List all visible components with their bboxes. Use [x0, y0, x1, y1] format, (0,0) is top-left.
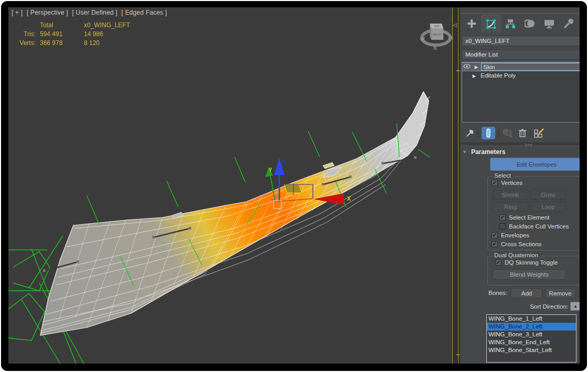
- modifier-list-label: Modifier List: [465, 51, 498, 58]
- wing-mesh[interactable]: [40, 92, 430, 335]
- stats-tris-label: Tris:: [15, 30, 40, 39]
- wrench-icon: [563, 18, 574, 29]
- tab-motion[interactable]: [520, 15, 539, 32]
- configure-modifier-sets-icon[interactable]: [534, 128, 545, 138]
- motion-icon: [524, 18, 536, 29]
- dq-skinning-toggle-checkbox[interactable]: ✔ DQ Skinning Toggle: [495, 259, 558, 266]
- grow-button[interactable]: Grow: [530, 190, 566, 200]
- cross-sections-checkbox[interactable]: ✔ Cross Sections: [492, 241, 541, 247]
- stats-tris-total: 594 491: [40, 30, 84, 39]
- checkbox-check-icon: ✔: [492, 180, 498, 186]
- eye-icon[interactable]: [462, 64, 472, 70]
- viewport-user-menu[interactable]: [ User Defined ]: [72, 9, 117, 16]
- viewport-pov-menu[interactable]: [ Perspective ]: [27, 9, 68, 16]
- bones-label: Bones:: [488, 290, 507, 296]
- stats-tris-object: 14 986: [84, 30, 141, 39]
- select-group: Select: [487, 176, 580, 250]
- bone-list-item[interactable]: WING_Bone_1_Left: [487, 315, 576, 323]
- backface-cull-vertices-checkbox[interactable]: Backface Cull Vertices: [499, 223, 569, 229]
- checkbox-check-icon: ✔: [499, 214, 506, 221]
- select-element-checkbox[interactable]: ✔ Select Element: [499, 214, 549, 221]
- ring-button[interactable]: Ring: [493, 202, 528, 212]
- viewport-shading-menu[interactable]: [ Edged Faces ]: [122, 9, 167, 16]
- blend-weights-button[interactable]: Blend Weights: [493, 269, 566, 280]
- rollout-collapse-icon: ▼: [462, 149, 467, 155]
- viewport-general-menu[interactable]: [ + ]: [12, 9, 23, 16]
- viewport-border-line: [452, 7, 453, 364]
- loop-button[interactable]: Loop: [530, 202, 566, 212]
- bone-list-item-selected[interactable]: WING_Bone_2_Left: [487, 323, 576, 331]
- stats-verts-object: 8 120: [84, 39, 141, 48]
- viewport-scene: Z Y X TOP FRONT W E S: [8, 7, 452, 364]
- checkbox-check-icon: ✔: [495, 259, 502, 266]
- parameters-title: Parameters: [471, 148, 505, 156]
- splitter-collapse-arrow-icon[interactable]: ◁: [453, 22, 457, 28]
- tab-display[interactable]: [540, 15, 559, 32]
- parameters-rollout-header[interactable]: ▼ Parameters: [462, 147, 578, 157]
- 3dsmax-app: Z Y X TOP FRONT W E S [ + ] [ Perspectiv…: [8, 7, 580, 364]
- object-name-text: x0_WING_LEFT: [465, 38, 509, 44]
- window-frame: Z Y X TOP FRONT W E S [ + ] [ Perspectiv…: [1, 1, 587, 371]
- shrink-button[interactable]: Shrink: [493, 190, 528, 200]
- stats-verts-total: 366 978: [40, 39, 84, 48]
- object-name-field[interactable]: x0_WING_LEFT: [462, 36, 580, 46]
- tab-modify[interactable]: [482, 15, 500, 32]
- sort-direction-button[interactable]: ▲: [570, 302, 580, 311]
- viewcube-front-label[interactable]: FRONT: [432, 33, 441, 36]
- display-icon: [544, 18, 554, 29]
- viewcube[interactable]: TOP FRONT W E S: [420, 24, 452, 51]
- stack-item-label[interactable]: Editable Poly: [479, 72, 580, 80]
- wing-surface: [40, 92, 429, 335]
- envelopes-checkbox[interactable]: ✔ Envelopes: [492, 232, 529, 238]
- vertices-checkbox[interactable]: ✔ Vertices: [492, 180, 522, 186]
- viewcube-south-label[interactable]: S: [433, 46, 437, 51]
- tab-utilities[interactable]: [559, 15, 578, 32]
- stack-item-label[interactable]: Skin: [481, 63, 580, 71]
- viewport-label: [ + ] [ Perspective ] [ User Defined ] […: [12, 9, 169, 16]
- modify-icon: [486, 19, 496, 29]
- show-end-result-icon[interactable]: [482, 127, 495, 139]
- expand-arrow-icon[interactable]: ▶: [472, 64, 481, 70]
- gizmo-y-label: Y: [268, 167, 273, 173]
- screenshot-stage: Z Y X TOP FRONT W E S [ + ] [ Perspectiv…: [0, 0, 588, 372]
- bone-list-item[interactable]: WING_Bone_Start_Left: [487, 346, 576, 354]
- plus-icon: [466, 18, 477, 29]
- stats-total-header: Total: [40, 21, 84, 30]
- tab-create[interactable]: [462, 15, 481, 32]
- pin-stack-icon[interactable]: [465, 128, 475, 138]
- panel-top-separator: [460, 13, 580, 14]
- checkbox-check-icon: ✔: [492, 232, 498, 238]
- viewport-panel-splitter[interactable]: ◁: [452, 7, 460, 364]
- remove-bone-button[interactable]: Remove: [545, 288, 575, 298]
- command-panel: x0_WING_LEFT Modifier List ▶ Skin ▶ Edit…: [460, 7, 580, 364]
- sort-direction-label: Sort Direction:: [460, 303, 568, 310]
- panel-border-line: [458, 7, 459, 364]
- edit-envelopes-button[interactable]: Edit Envelopes: [490, 158, 580, 171]
- stack-item-editable-poly[interactable]: ▶ Editable Poly: [462, 71, 580, 80]
- add-bone-button[interactable]: Add: [511, 288, 542, 298]
- bone-list-item[interactable]: WING_Bone_End_Left: [487, 338, 576, 346]
- bone-list-item[interactable]: WING_Bone_3_Left: [487, 331, 576, 338]
- rollout-splitter[interactable]: [460, 143, 580, 146]
- viewcube-west-label[interactable]: W: [420, 36, 425, 41]
- command-panel-tabs: [460, 15, 580, 32]
- select-group-title: Select: [492, 172, 513, 179]
- checkbox-check-icon: [499, 223, 506, 229]
- modifier-stack[interactable]: ▶ Skin ▶ Editable Poly: [462, 62, 580, 123]
- gizmo-xy-plane[interactable]: [284, 184, 302, 193]
- gizmo-center-dot: [271, 199, 273, 201]
- remove-modifier-icon[interactable]: [518, 128, 527, 138]
- viewport-3d[interactable]: Z Y X TOP FRONT W E S [ + ] [ Perspectiv…: [8, 7, 452, 364]
- expand-arrow-icon[interactable]: ▶: [470, 73, 479, 79]
- stats-verts-label: Verts:: [15, 39, 40, 48]
- hierarchy-icon: [505, 18, 516, 29]
- bone-list[interactable]: WING_Bone_1_Left WING_Bone_2_Left WING_B…: [486, 314, 576, 363]
- viewcube-top-label[interactable]: TOP: [434, 25, 440, 28]
- tab-hierarchy[interactable]: [501, 15, 520, 32]
- make-unique-icon[interactable]: [502, 128, 514, 138]
- stack-item-skin[interactable]: ▶ Skin: [462, 62, 580, 71]
- stack-toolbar: [460, 126, 580, 140]
- modifier-list-dropdown[interactable]: Modifier List: [462, 49, 580, 60]
- viewport-statistics: Total x0_WING_LEFT Tris: 594 491 14 986 …: [15, 21, 141, 48]
- stats-object-header: x0_WING_LEFT: [84, 21, 141, 30]
